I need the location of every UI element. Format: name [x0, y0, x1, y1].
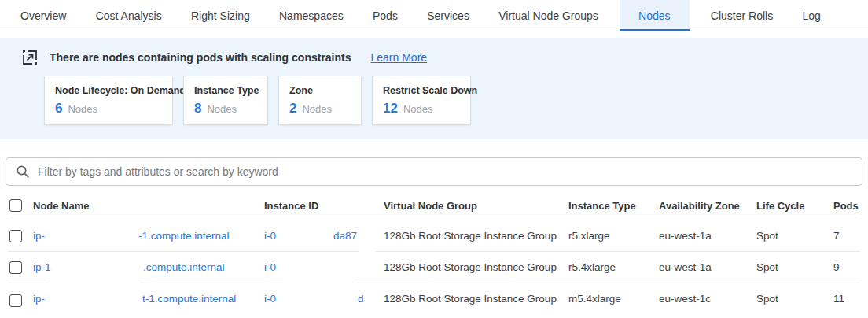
table-row: ip-1 .compute.internal i-0 128Gb Root St…: [8, 252, 860, 283]
card-restrict-scale-down[interactable]: Restrict Scale Down 12 Nodes: [372, 76, 471, 125]
node-name-link[interactable]: .compute.internal: [143, 252, 225, 283]
table-header-row: Node Name Instance ID Virtual Node Group…: [8, 191, 860, 220]
redaction-artifact: [283, 279, 356, 287]
row-checkbox[interactable]: [9, 230, 22, 242]
col-pods: Pods: [833, 191, 859, 220]
col-instance-type: Instance Type: [568, 191, 636, 220]
card-zone[interactable]: Zone 2 Nodes: [278, 76, 362, 125]
card-unit: Nodes: [302, 103, 332, 115]
banner-message: There are nodes containing pods with sca…: [50, 51, 351, 64]
virtual-node-group-value: 128Gb Root Storage Instance Group: [384, 252, 557, 283]
select-all-checkbox[interactable]: [9, 199, 22, 212]
node-name-link[interactable]: ip-: [33, 220, 45, 252]
card-node-lifecycle[interactable]: Node Lifecycle: On Demand 6 Nodes: [44, 76, 173, 125]
nodes-table: Node Name Instance ID Virtual Node Group…: [8, 191, 860, 317]
card-instance-type[interactable]: Instance Type 8 Nodes: [183, 76, 268, 125]
node-name-link[interactable]: ip-: [33, 283, 45, 315]
instance-id-link[interactable]: da87: [333, 220, 357, 252]
search-input[interactable]: [38, 165, 852, 178]
table-row: ip- -1.compute.internal i-0 da87 128Gb R…: [8, 220, 860, 252]
instance-type-value: r5.xlarge: [568, 220, 610, 252]
col-virtual-node-group: Virtual Node Group: [384, 191, 477, 220]
learn-more-link[interactable]: Learn More: [371, 51, 428, 64]
tab-services[interactable]: Services: [419, 0, 477, 31]
instance-id-link[interactable]: i-0: [264, 283, 276, 315]
table-row: ip- t-1.compute.internal i-0 d 128Gb Roo…: [8, 283, 860, 317]
life-cycle-value: Spot: [756, 252, 778, 283]
pods-count: 11: [833, 283, 844, 315]
card-unit: Nodes: [403, 103, 433, 115]
tab-pods[interactable]: Pods: [365, 0, 406, 31]
node-name-link[interactable]: t-1.compute.internal: [142, 283, 236, 315]
instance-id-link[interactable]: i-0: [264, 220, 276, 252]
instance-id-link[interactable]: i-0: [264, 252, 276, 283]
col-instance-id: Instance ID: [264, 191, 318, 220]
card-title: Node Lifecycle: On Demand: [55, 85, 162, 96]
tab-cost-analysis[interactable]: Cost Analysis: [88, 0, 170, 31]
pods-count: 7: [833, 220, 840, 252]
availability-zone-value: eu-west-1a: [659, 220, 712, 252]
tab-log[interactable]: Log: [795, 0, 829, 31]
search-icon: [16, 165, 30, 179]
card-count: 8: [194, 101, 201, 116]
redaction-artifact: [48, 279, 139, 287]
col-availability-zone: Availability Zone: [659, 191, 740, 220]
tab-right-sizing[interactable]: Right Sizing: [183, 0, 258, 31]
pods-count: 9: [833, 252, 840, 283]
card-count: 12: [383, 101, 398, 116]
row-checkbox[interactable]: [9, 261, 22, 274]
card-unit: Nodes: [207, 103, 237, 115]
col-life-cycle: Life Cycle: [756, 191, 804, 220]
card-title: Instance Type: [194, 85, 257, 96]
card-title: Zone: [289, 85, 351, 96]
card-title: Restrict Scale Down: [383, 85, 460, 96]
life-cycle-value: Spot: [756, 283, 778, 315]
virtual-node-group-value: 128Gb Root Storage Instance Group: [384, 283, 557, 315]
tab-overview[interactable]: Overview: [13, 0, 74, 31]
redaction-artifact: [359, 248, 376, 255]
card-count: 2: [289, 101, 296, 116]
instance-type-value: r5.4xlarge: [568, 252, 616, 283]
instance-type-value: m5.4xlarge: [568, 283, 621, 315]
tab-nodes[interactable]: Nodes: [620, 0, 689, 31]
tab-virtual-node-groups[interactable]: Virtual Node Groups: [491, 0, 606, 31]
card-count: 6: [55, 101, 62, 116]
life-cycle-value: Spot: [756, 220, 778, 252]
filter-bar: [6, 157, 862, 186]
scaling-constraints-banner: There are nodes containing pods with sca…: [0, 38, 868, 139]
scale-up-icon: [22, 50, 38, 65]
availability-zone-value: eu-west-1a: [659, 252, 712, 283]
col-node-name: Node Name: [33, 191, 90, 220]
card-unit: Nodes: [68, 103, 97, 115]
node-name-link[interactable]: ip-1: [33, 252, 51, 283]
node-name-link[interactable]: -1.compute.internal: [138, 220, 230, 252]
availability-zone-value: eu-west-1c: [659, 283, 711, 315]
virtual-node-group-value: 128Gb Root Storage Instance Group: [384, 220, 557, 252]
instance-id-link[interactable]: d: [358, 283, 364, 315]
constraint-summary-cards: Node Lifecycle: On Demand 6 Nodes Instan…: [44, 76, 868, 125]
row-checkbox[interactable]: [9, 294, 22, 307]
tab-cluster-rolls[interactable]: Cluster Rolls: [703, 0, 781, 31]
cluster-tab-bar: Overview Cost Analysis Right Sizing Name…: [0, 0, 868, 31]
tab-namespaces[interactable]: Namespaces: [271, 0, 351, 31]
